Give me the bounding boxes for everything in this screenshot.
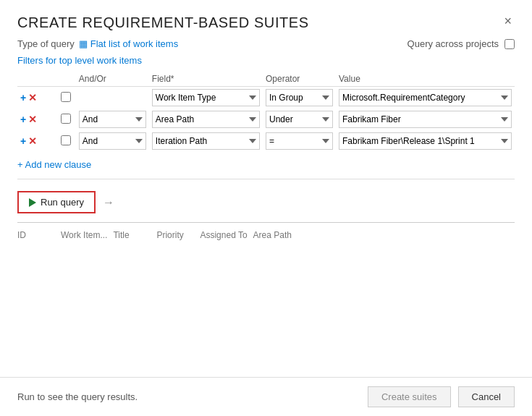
dialog-header: CREATE REQUIREMENT-BASED SUITES × [0, 0, 532, 38]
action-btns-1: + ✕ [20, 114, 55, 125]
value-select-2[interactable]: Fabrikam Fiber\Release 1\Sprint 1 [339, 132, 512, 150]
field-select-2[interactable]: Iteration Path [152, 132, 260, 150]
query-type-left: Type of query ▦ Flat list of work items [17, 38, 178, 49]
results-col-area-path: Area Path [253, 229, 297, 242]
play-icon [29, 198, 36, 207]
operator-select-1[interactable]: Under [266, 111, 333, 128]
col-header-andor: And/Or [76, 72, 149, 87]
col-header-field: Field* [149, 72, 263, 87]
bottom-bar: Run to see the query results. Create sui… [0, 377, 532, 416]
andor-select-1[interactable]: And [79, 111, 146, 128]
results-col-title: Title [113, 229, 156, 242]
run-hint: Run to see the query results. [17, 391, 138, 402]
results-col-assigned-to: Assigned To [200, 229, 253, 242]
row-checkbox-1[interactable] [61, 114, 71, 124]
action-btns-0: + ✕ [20, 92, 55, 103]
filters-label: Filters for top level work items [17, 55, 515, 66]
dialog-body: Type of query ▦ Flat list of work items … [0, 38, 532, 377]
query-type-row: Type of query ▦ Flat list of work items … [17, 38, 515, 49]
results-divider [17, 222, 515, 223]
filters-table: And/Or Field* Operator Value + ✕ Work It… [17, 72, 515, 152]
dialog: CREATE REQUIREMENT-BASED SUITES × Type o… [0, 0, 532, 416]
cancel-button[interactable]: Cancel [458, 386, 515, 407]
results-col-id: ID [17, 229, 61, 242]
remove-row-btn-1[interactable]: ✕ [28, 114, 37, 125]
andor-select-2[interactable]: And [79, 132, 146, 150]
col-header-check [58, 72, 76, 87]
arrow-right-icon: → [103, 196, 114, 209]
results-header: IDWork Item...TitlePriorityAssigned ToAr… [17, 226, 515, 243]
remove-row-btn-2[interactable]: ✕ [28, 135, 37, 147]
filter-row-1: + ✕ AndArea PathUnderFabrikam Fiber [17, 109, 515, 130]
run-query-button[interactable]: Run query [17, 191, 96, 213]
field-select-1[interactable]: Area Path [152, 111, 260, 128]
row-checkbox-2[interactable] [61, 135, 71, 145]
add-clause-button[interactable]: + Add new clause [17, 156, 515, 173]
query-type-label: Type of query [17, 38, 75, 49]
action-btns-2: + ✕ [20, 135, 55, 147]
query-across-label: Query across projects [408, 38, 499, 49]
flat-list-link[interactable]: ▦ Flat list of work items [79, 38, 178, 49]
close-button[interactable]: × [501, 14, 515, 27]
remove-row-btn-0[interactable]: ✕ [28, 92, 37, 103]
divider-1 [17, 179, 515, 179]
results-col-priority: Priority [156, 229, 200, 242]
run-query-label: Run query [41, 197, 84, 208]
query-across-checkbox[interactable] [504, 39, 515, 49]
run-query-area: Run query → [17, 185, 515, 219]
filters-table-wrapper: And/Or Field* Operator Value + ✕ Work It… [17, 72, 515, 152]
row-checkbox-0[interactable] [61, 92, 71, 102]
add-row-btn-0[interactable]: + [20, 92, 26, 103]
add-row-btn-2[interactable]: + [20, 135, 26, 147]
value-select-1[interactable]: Fabrikam Fiber [339, 111, 512, 128]
col-header-actions [17, 72, 58, 87]
col-header-operator: Operator [263, 72, 336, 87]
flat-list-text: Flat list of work items [90, 38, 178, 49]
results-col-work-item...: Work Item... [61, 229, 113, 242]
field-select-0[interactable]: Work Item Type [152, 89, 260, 106]
flat-list-icon: ▦ [79, 38, 88, 49]
add-row-btn-1[interactable]: + [20, 114, 26, 125]
filter-row-0: + ✕ Work Item TypeIn GroupMicrosoft.Requ… [17, 87, 515, 109]
create-suites-button[interactable]: Create suites [368, 386, 451, 407]
operator-select-2[interactable]: = [266, 132, 333, 150]
query-across-container: Query across projects [408, 38, 515, 49]
dialog-title: CREATE REQUIREMENT-BASED SUITES [17, 14, 309, 31]
bottom-buttons: Create suites Cancel [368, 386, 515, 407]
value-select-0[interactable]: Microsoft.RequirementCategory [339, 89, 512, 106]
col-header-value: Value [336, 72, 515, 87]
results-area [17, 243, 515, 370]
filter-row-2: + ✕ AndIteration Path=Fabrikam Fiber\Rel… [17, 130, 515, 152]
operator-select-0[interactable]: In Group [266, 89, 333, 106]
